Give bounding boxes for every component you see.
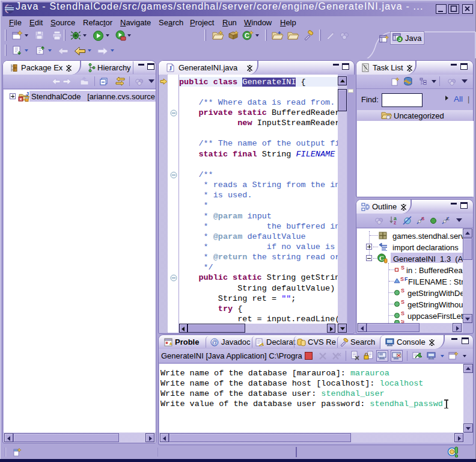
svg-text:C: C bbox=[379, 254, 384, 262]
svg-text:J: J bbox=[26, 91, 29, 97]
svg-text:S: S bbox=[401, 288, 404, 294]
svg-text:S: S bbox=[401, 265, 404, 271]
svg-text:S: S bbox=[401, 299, 404, 305]
svg-text:S: S bbox=[401, 310, 404, 316]
svg-text:J: J bbox=[398, 37, 401, 42]
svg-text:z: z bbox=[394, 220, 396, 225]
svg-text:J: J bbox=[169, 65, 172, 72]
svg-text:S: S bbox=[421, 216, 425, 221]
svg-text:C: C bbox=[245, 32, 249, 39]
svg-text:L: L bbox=[447, 216, 450, 221]
svg-text:S: S bbox=[400, 276, 404, 282]
svg-text:@: @ bbox=[212, 339, 218, 346]
